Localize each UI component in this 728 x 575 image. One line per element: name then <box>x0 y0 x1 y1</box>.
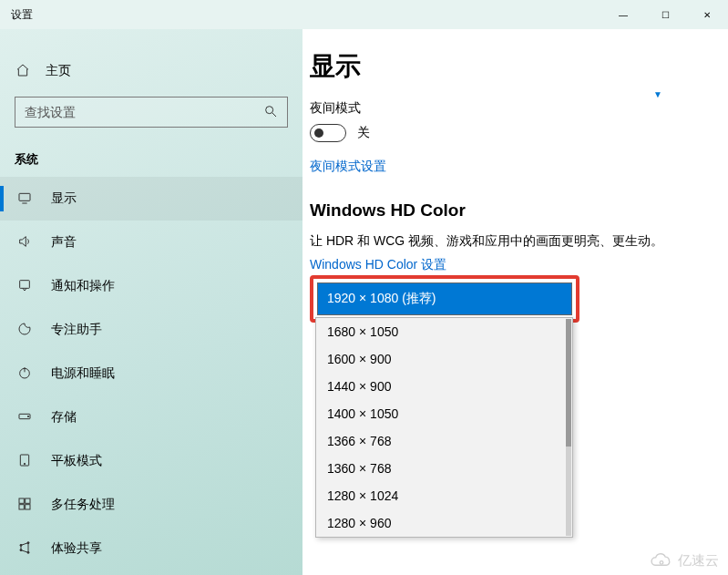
watermark-text: 亿速云 <box>678 552 719 570</box>
svg-point-5 <box>27 416 28 416</box>
sidebar-item-label: 通知和操作 <box>51 278 115 294</box>
storage-icon <box>16 409 33 426</box>
minimize-button[interactable]: — <box>602 0 644 29</box>
sidebar-item-notifications[interactable]: 通知和操作 <box>0 264 302 308</box>
sidebar-item-tablet[interactable]: 平板模式 <box>0 439 302 483</box>
sidebar-item-label: 体验共享 <box>51 540 102 557</box>
svg-rect-8 <box>19 498 24 503</box>
multitask-icon <box>16 497 33 514</box>
page-title: 显示 <box>310 49 728 97</box>
svg-point-14 <box>27 541 29 543</box>
watermark: 亿速云 <box>649 552 719 570</box>
search-icon <box>263 104 278 121</box>
sidebar-item-power[interactable]: 电源和睡眠 <box>0 352 302 395</box>
dropdown-scrollbar[interactable] <box>566 319 571 536</box>
sidebar-item-label: 声音 <box>51 234 77 251</box>
title-bar: 设置 — ☐ ✕ <box>0 0 728 29</box>
svg-rect-10 <box>19 504 24 508</box>
hd-color-settings-link[interactable]: Windows HD Color 设置 <box>310 257 728 273</box>
resolution-selected-option[interactable]: 1920 × 1080 (推荐) <box>317 282 572 315</box>
search-input[interactable] <box>25 105 263 119</box>
focus-icon <box>16 322 33 339</box>
svg-point-12 <box>20 544 22 546</box>
resolution-option[interactable]: 1680 × 1050 <box>316 318 572 345</box>
hd-color-description: 让 HDR 和 WCG 视频、游戏和应用中的画面更明亮、更生动。 <box>310 233 728 250</box>
resolution-option[interactable]: 1360 × 768 <box>316 455 572 482</box>
home-label: 主页 <box>46 63 71 79</box>
sidebar-item-label: 多任务处理 <box>51 497 115 513</box>
sidebar-item-display[interactable]: 显示 <box>0 177 302 221</box>
svg-rect-2 <box>20 280 30 288</box>
home-link[interactable]: 主页 <box>0 51 302 91</box>
resolution-option[interactable]: 1440 × 900 <box>316 373 572 400</box>
night-mode-label: 夜间模式 <box>310 100 728 117</box>
sidebar-nav: 显示 声音 通知和操作 专注助手 <box>0 177 302 570</box>
resolution-option[interactable]: 1366 × 768 <box>316 427 572 455</box>
share-icon <box>16 540 33 558</box>
sidebar-item-multitask[interactable]: 多任务处理 <box>0 483 302 527</box>
sidebar-item-label: 存储 <box>51 409 77 426</box>
resolution-option[interactable]: 1280 × 1024 <box>316 482 572 509</box>
svg-point-16 <box>660 560 663 564</box>
svg-rect-1 <box>19 193 30 200</box>
sound-icon <box>16 234 33 252</box>
search-box[interactable] <box>15 97 288 128</box>
scrollbar-thumb[interactable] <box>566 319 571 447</box>
sidebar-item-label: 电源和睡眠 <box>51 365 115 382</box>
hd-color-heading: Windows HD Color <box>310 200 728 221</box>
svg-point-7 <box>24 463 25 464</box>
display-icon <box>16 190 33 208</box>
maximize-button[interactable]: ☐ <box>644 0 686 29</box>
help-indicator-icon: ▼ <box>653 89 662 99</box>
resolution-option[interactable]: 1600 × 900 <box>316 345 572 373</box>
svg-point-13 <box>20 549 22 550</box>
svg-point-0 <box>266 106 273 113</box>
sidebar-item-label: 专注助手 <box>51 322 102 338</box>
svg-point-15 <box>27 551 29 553</box>
sidebar-item-storage[interactable]: 存储 <box>0 395 302 439</box>
window-controls: — ☐ ✕ <box>602 0 728 29</box>
svg-rect-9 <box>26 498 30 503</box>
home-icon <box>15 63 31 80</box>
svg-rect-11 <box>26 504 30 508</box>
resolution-option[interactable]: 1400 × 1050 <box>316 400 572 427</box>
night-mode-toggle-row: 关 <box>310 124 728 142</box>
sidebar-item-label: 平板模式 <box>51 453 102 469</box>
close-button[interactable]: ✕ <box>686 0 728 29</box>
toggle-knob <box>314 128 323 138</box>
resolution-dropdown-list[interactable]: 1680 × 1050 1600 × 900 1440 × 900 1400 ×… <box>315 317 573 538</box>
resolution-option[interactable]: 1280 × 960 <box>316 509 572 537</box>
sidebar-item-label: 显示 <box>51 190 77 207</box>
tablet-icon <box>16 453 33 470</box>
power-icon <box>16 365 33 383</box>
sidebar-item-share[interactable]: 体验共享 <box>0 527 302 570</box>
sidebar-item-focus[interactable]: 专注助手 <box>0 308 302 352</box>
night-mode-settings-link[interactable]: 夜间模式设置 <box>310 159 728 175</box>
night-mode-toggle[interactable] <box>310 124 346 142</box>
sidebar: 主页 系统 显示 声音 <box>0 29 302 575</box>
sidebar-item-sound[interactable]: 声音 <box>0 221 302 264</box>
cloud-icon <box>649 553 674 570</box>
window-title: 设置 <box>11 7 33 23</box>
night-mode-state: 关 <box>357 125 370 141</box>
notifications-icon <box>16 278 33 295</box>
resolution-dropdown-highlight: 1920 × 1080 (推荐) <box>310 275 579 323</box>
sidebar-group-label: 系统 <box>0 144 302 173</box>
